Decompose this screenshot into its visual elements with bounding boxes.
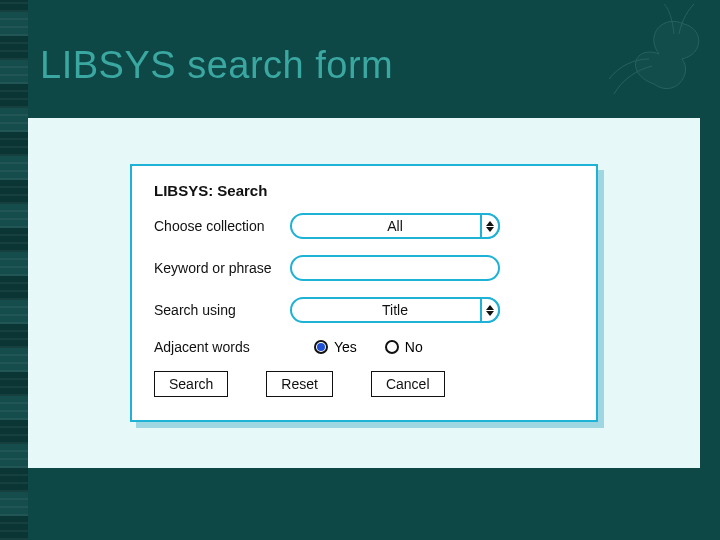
keyword-input[interactable] xyxy=(290,255,500,281)
search-using-label: Search using xyxy=(154,302,290,318)
radio-yes-label: Yes xyxy=(334,339,357,355)
collection-label: Choose collection xyxy=(154,218,290,234)
content-area: LIBSYS: Search Choose collection All Key… xyxy=(28,118,700,468)
chevron-up-icon xyxy=(486,221,494,226)
search-button[interactable]: Search xyxy=(154,371,228,397)
keyword-label: Keyword or phrase xyxy=(154,260,290,276)
cancel-button[interactable]: Cancel xyxy=(371,371,445,397)
chevron-down-icon xyxy=(486,227,494,232)
reset-button[interactable]: Reset xyxy=(266,371,333,397)
slide-side-decoration xyxy=(0,0,28,540)
slide-title: LIBSYS search form xyxy=(40,44,393,87)
radio-no[interactable]: No xyxy=(385,339,423,355)
search-form-panel: LIBSYS: Search Choose collection All Key… xyxy=(130,164,598,422)
chevron-up-icon xyxy=(486,305,494,310)
butterfly-decoration xyxy=(564,4,714,114)
chevron-down-icon xyxy=(486,311,494,316)
radio-yes[interactable]: Yes xyxy=(314,339,357,355)
search-using-select[interactable]: Title xyxy=(290,297,500,323)
radio-no-label: No xyxy=(405,339,423,355)
collection-stepper[interactable] xyxy=(480,213,500,239)
adjacent-label: Adjacent words xyxy=(154,339,290,355)
form-title: LIBSYS: Search xyxy=(154,182,574,199)
radio-icon xyxy=(314,340,328,354)
collection-select[interactable]: All xyxy=(290,213,500,239)
search-using-stepper[interactable] xyxy=(480,297,500,323)
radio-icon xyxy=(385,340,399,354)
search-using-value: Title xyxy=(382,302,408,318)
collection-value: All xyxy=(387,218,403,234)
